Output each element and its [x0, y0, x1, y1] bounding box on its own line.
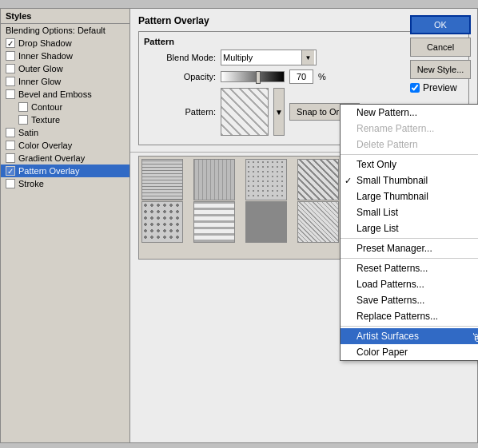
inner-shadow-checkbox[interactable]	[6, 51, 15, 61]
menu-item-replace-patterns[interactable]: Replace Patterns...	[341, 308, 478, 324]
separator-4	[341, 326, 478, 327]
gradient-overlay-label: Gradient Overlay	[18, 153, 85, 163]
cursor-icon: 🖰	[471, 331, 478, 344]
menu-item-load-patterns[interactable]: Load Patterns...	[341, 276, 478, 292]
menu-item-large-thumbnail[interactable]: Large Thumbnail	[341, 188, 478, 204]
blend-mode-label: Blend Mode:	[144, 53, 216, 62]
inner-shadow-label: Inner Shadow	[18, 51, 73, 61]
menu-item-reset-patterns[interactable]: Reset Patterns...	[341, 260, 478, 276]
styles-panel-title: Styles	[1, 9, 129, 24]
sidebar-item-color-overlay[interactable]: Color Overlay	[1, 139, 129, 152]
sidebar-item-satin[interactable]: Satin	[1, 126, 129, 139]
menu-item-save-patterns[interactable]: Save Patterns...	[341, 292, 478, 308]
ok-button[interactable]: OK	[410, 15, 471, 34]
color-overlay-label: Color Overlay	[18, 141, 72, 150]
separator-2	[341, 238, 478, 239]
sidebar-item-outer-glow[interactable]: Outer Glow	[1, 62, 129, 75]
pattern-thumb-2[interactable]	[193, 159, 235, 200]
texture-label: Texture	[31, 115, 60, 125]
blend-mode-select[interactable]: Multiply ▼	[221, 50, 317, 65]
pattern-thumb-4[interactable]	[297, 159, 339, 200]
percent-label: %	[318, 72, 326, 81]
sidebar-item-bevel-emboss[interactable]: Bevel and Emboss	[1, 88, 129, 101]
inner-glow-label: Inner Glow	[18, 77, 61, 86]
pattern-overlay-label: Pattern Overlay	[18, 166, 79, 176]
bevel-emboss-label: Bevel and Emboss	[18, 89, 92, 99]
opacity-value[interactable]: 70	[289, 69, 313, 84]
opacity-label: Opacity:	[144, 72, 216, 81]
pattern-thumb-8[interactable]	[193, 201, 235, 243]
inner-glow-checkbox[interactable]	[6, 77, 15, 86]
preview-checkbox[interactable]	[410, 83, 420, 93]
menu-item-rename-pattern: Rename Pattern...	[341, 121, 478, 137]
stroke-label: Stroke	[18, 179, 44, 188]
stroke-checkbox[interactable]	[6, 179, 15, 188]
satin-label: Satin	[18, 128, 38, 137]
separator-1	[341, 154, 478, 155]
pattern-thumb-3[interactable]	[245, 159, 287, 200]
pattern-overlay-checkbox[interactable]	[6, 166, 15, 176]
blend-mode-value: Multiply	[223, 53, 253, 62]
menu-item-artist-surfaces[interactable]: Artist Surfaces 🖰	[341, 328, 478, 344]
separator-3	[341, 258, 478, 259]
pattern-preview-arrow[interactable]: ▼	[273, 88, 285, 136]
contour-checkbox[interactable]	[18, 102, 28, 112]
menu-item-small-thumbnail[interactable]: Small Thumbnail	[341, 172, 478, 188]
color-overlay-checkbox[interactable]	[6, 141, 15, 150]
right-buttons-panel: OK Cancel New Style... Preview	[410, 15, 471, 93]
pattern-thumb-1[interactable]	[141, 159, 183, 200]
blend-mode-dropdown-arrow[interactable]: ▼	[301, 50, 314, 65]
sidebar-item-contour[interactable]: Contour	[1, 101, 129, 113]
styles-panel: Styles Blending Options: Default Drop Sh…	[1, 9, 130, 442]
drop-shadow-label: Drop Shadow	[18, 38, 72, 48]
pattern-thumb-7[interactable]	[141, 201, 183, 243]
new-style-button[interactable]: New Style...	[410, 60, 471, 79]
menu-item-preset-manager[interactable]: Preset Manager...	[341, 240, 478, 256]
menu-item-small-list[interactable]: Small List	[341, 204, 478, 220]
texture-checkbox[interactable]	[18, 115, 28, 125]
sidebar-item-stroke[interactable]: Stroke	[1, 177, 129, 190]
sidebar-item-texture[interactable]: Texture	[1, 113, 129, 126]
menu-item-text-only[interactable]: Text Only	[341, 157, 478, 172]
sidebar-item-blending-options[interactable]: Blending Options: Default	[1, 24, 129, 37]
pattern-thumb-10[interactable]	[297, 201, 339, 243]
outer-glow-label: Outer Glow	[18, 64, 63, 73]
dropdown-menu: New Pattern... Rename Pattern... Delete …	[340, 104, 478, 361]
bevel-emboss-checkbox[interactable]	[6, 89, 15, 99]
sidebar-item-pattern-overlay[interactable]: Pattern Overlay	[1, 165, 129, 177]
preview-label: Preview	[423, 82, 457, 93]
pattern-thumb-9[interactable]	[245, 201, 287, 243]
outer-glow-checkbox[interactable]	[6, 64, 15, 73]
preview-row: Preview	[410, 82, 471, 93]
sidebar-item-inner-shadow[interactable]: Inner Shadow	[1, 50, 129, 62]
contour-label: Contour	[31, 102, 62, 112]
drop-shadow-checkbox[interactable]	[6, 38, 15, 48]
gradient-overlay-checkbox[interactable]	[6, 153, 15, 163]
sidebar-item-gradient-overlay[interactable]: Gradient Overlay	[1, 152, 129, 165]
opacity-slider-thumb[interactable]	[256, 71, 261, 84]
menu-item-delete-pattern: Delete Pattern	[341, 137, 478, 153]
menu-item-color-paper[interactable]: Color Paper	[341, 344, 478, 360]
pattern-label: Pattern:	[144, 107, 216, 117]
blending-options-label: Blending Options: Default	[6, 26, 106, 35]
menu-item-large-list[interactable]: Large List	[341, 220, 478, 236]
pattern-preview-thumb[interactable]	[221, 88, 269, 136]
sidebar-item-inner-glow[interactable]: Inner Glow	[1, 75, 129, 88]
opacity-slider[interactable]	[221, 71, 285, 82]
menu-item-new-pattern[interactable]: New Pattern...	[341, 105, 478, 121]
satin-checkbox[interactable]	[6, 128, 15, 137]
cancel-button[interactable]: Cancel	[410, 38, 471, 57]
sidebar-item-drop-shadow[interactable]: Drop Shadow	[1, 37, 129, 50]
